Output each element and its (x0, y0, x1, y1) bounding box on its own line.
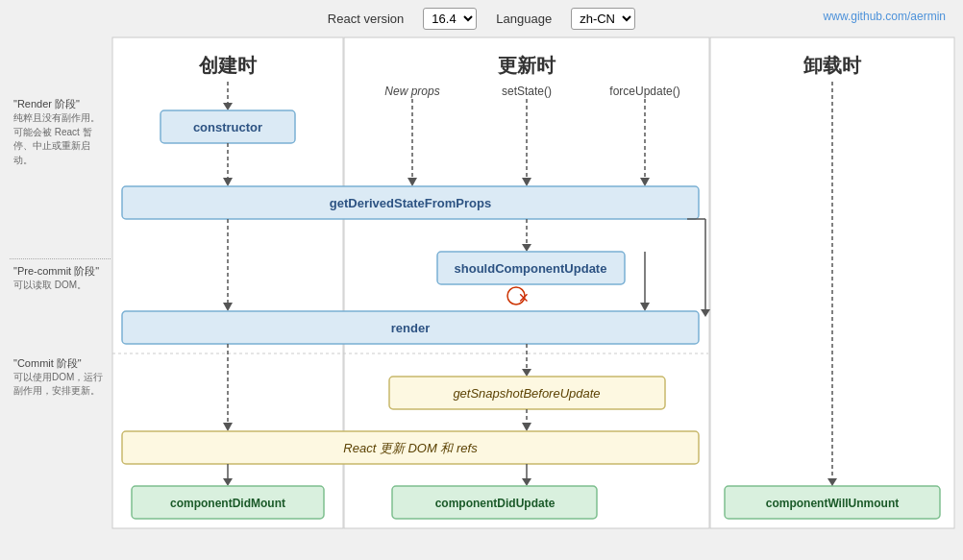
precommit-stage-desc: 可以读取 DOM。 (13, 279, 107, 293)
component-will-unmount-label: componentWillUnmount (766, 497, 900, 510)
forceupdate-label: forceUpdate() (609, 85, 679, 98)
language-select[interactable]: zh-CN en (571, 8, 635, 30)
render-stage-annotation: "Render 阶段" 纯粹且没有副作用。可能会被 React 暂停、中止或重新… (10, 95, 111, 169)
update-header: 更新时 (497, 55, 556, 76)
component-did-update-label: componentDidUpdate (435, 497, 556, 510)
new-props-label: New props (384, 85, 439, 98)
commit-stage-annotation: "Commit 阶段" 可以使用DOM，运行副作用，安排更新。 (10, 354, 111, 401)
diagram-area: 创建时 更新时 卸载时 constructor New props (111, 36, 956, 530)
render-label: render (391, 321, 430, 335)
top-controls: React version 16.4 16.3 Language zh-CN e… (0, 0, 963, 36)
language-label: Language (496, 12, 552, 26)
precommit-stage-annotation: "Pre-commit 阶段" 可以读取 DOM。 (10, 262, 111, 295)
left-annotations: "Render 阶段" 纯粹且没有副作用。可能会被 React 暂停、中止或重新… (10, 36, 111, 401)
get-snapshot-label: getSnapshotBeforeUpdate (453, 386, 600, 401)
commit-stage-desc: 可以使用DOM，运行副作用，安排更新。 (13, 371, 107, 399)
component-did-mount-label: componentDidMount (170, 497, 285, 510)
lifecycle-svg: 创建时 更新时 卸载时 constructor New props (111, 36, 956, 530)
setstate-label: setState() (502, 85, 552, 98)
pre-commit-divider (10, 258, 111, 259)
render-stage-desc: 纯粹且没有副作用。可能会被 React 暂停、中止或重新启动。 (13, 111, 107, 167)
should-component-update-label: shouldComponentUpdate (455, 261, 607, 276)
create-header: 创建时 (198, 55, 258, 76)
main-content: "Render 阶段" 纯粹且没有副作用。可能会被 React 暂停、中止或重新… (0, 36, 963, 530)
react-dom-update-label: React 更新 DOM 和 refs (343, 441, 478, 455)
commit-stage-title: "Commit 阶段" (13, 356, 107, 371)
react-version-label: React version (328, 12, 404, 26)
page-wrapper: React version 16.4 16.3 Language zh-CN e… (0, 0, 963, 560)
react-version-select[interactable]: 16.4 16.3 (423, 8, 477, 30)
precommit-stage-title: "Pre-commit 阶段" (13, 264, 107, 279)
render-stage-title: "Render 阶段" (13, 97, 107, 111)
unmount-header: 卸载时 (802, 55, 862, 76)
watermark: www.github.com/aermin (824, 10, 946, 23)
get-derived-state-label: getDerivedStateFromProps (330, 196, 491, 210)
constructor-label: constructor (193, 120, 262, 134)
